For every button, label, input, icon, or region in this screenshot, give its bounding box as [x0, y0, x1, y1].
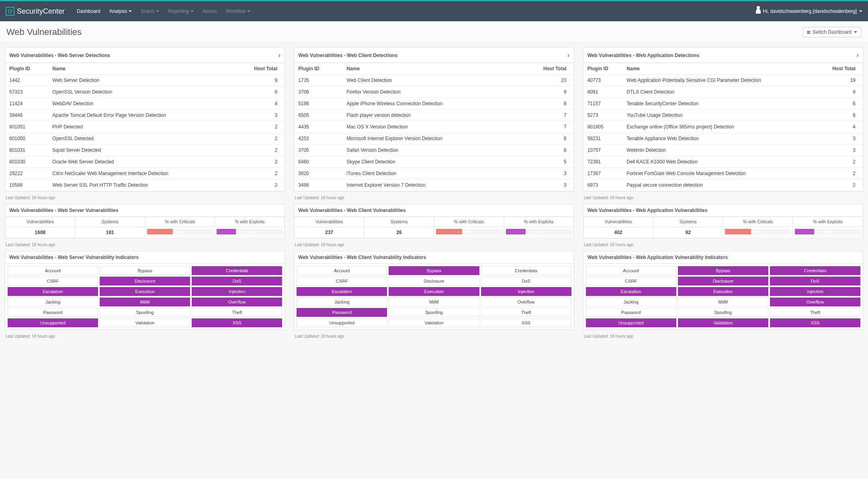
indicator-dos[interactable]: DoS: [481, 277, 571, 285]
table-row[interactable]: 40773Web Application Potentially Sensiti…: [583, 75, 863, 86]
table-row[interactable]: 3706Firefox Version Detection9: [294, 86, 573, 98]
table-row[interactable]: 6505Flash player version detection7: [294, 110, 573, 121]
indicator-validation[interactable]: Validation: [389, 318, 479, 327]
table-row[interactable]: 3705Safari Version Detection6: [294, 145, 573, 156]
indicator-escalation[interactable]: Escalation: [8, 287, 98, 296]
indicator-jacking[interactable]: Jacking: [8, 298, 98, 306]
indicator-injection[interactable]: Injection: [192, 287, 282, 296]
panel-header[interactable]: Web Vulnerabilities - Web Client Detecti…: [294, 48, 573, 63]
table-row[interactable]: 3498Internet Explorer Version 7 Detectio…: [294, 179, 573, 191]
indicator-execution[interactable]: Execution: [389, 287, 479, 296]
indicator-mitm[interactable]: MitM: [678, 298, 768, 306]
panel-header[interactable]: Web Vulnerabilities - Web Server Vulnera…: [5, 204, 285, 217]
stat-exploits-bar[interactable]: 31%: [504, 227, 574, 236]
stat-vulns[interactable]: 237: [294, 227, 364, 238]
indicator-theft[interactable]: Theft: [481, 308, 571, 317]
panel-header[interactable]: Web Vulnerabilities - Web Server Detecti…: [5, 48, 285, 63]
indicator-escalation[interactable]: Escalation: [586, 287, 676, 296]
indicator-account[interactable]: Account: [586, 266, 676, 275]
stat-systems[interactable]: 26: [364, 227, 434, 238]
indicator-theft[interactable]: Theft: [192, 308, 282, 317]
indicator-mitm[interactable]: MitM: [389, 298, 479, 306]
stat-exploits-bar[interactable]: 13%: [215, 227, 285, 236]
table-row[interactable]: 4435Mac OS X Version Detection7: [294, 121, 573, 133]
brand-logo[interactable]: SecurityCenter: [6, 7, 65, 16]
indicator-csrf[interactable]: CSRF: [8, 277, 98, 285]
panel-header[interactable]: Web Vulnerabilities - Web Application De…: [583, 48, 863, 63]
table-row[interactable]: 801031Squid Server Detected2: [5, 145, 285, 156]
table-row[interactable]: 10757Webmin Detection3: [583, 145, 863, 156]
table-row[interactable]: 801030Oracle Web Server Detected2: [5, 156, 285, 168]
stat-vulns[interactable]: 402: [583, 227, 653, 238]
table-row[interactable]: 5198Apple iPhone Wireless Connection Det…: [294, 98, 573, 110]
indicator-jacking[interactable]: Jacking: [297, 298, 387, 306]
indicator-xss[interactable]: XSS: [192, 318, 282, 327]
indicator-validation[interactable]: Validation: [678, 318, 768, 327]
user-menu[interactable]: Hi, davidschwalenberg [davidschwalenberg…: [756, 8, 862, 14]
table-row[interactable]: 15588Web Server SSL Port HTTP Traffic De…: [5, 179, 285, 191]
stat-systems[interactable]: 181: [75, 227, 145, 238]
nav-item-reporting[interactable]: Reporting: [168, 8, 194, 14]
nav-item-scans[interactable]: Scans: [141, 8, 159, 14]
stat-exploits-bar[interactable]: 14%: [793, 227, 863, 236]
indicator-dos[interactable]: DoS: [770, 277, 860, 285]
indicator-credentials[interactable]: Credentials: [770, 266, 860, 275]
table-row[interactable]: 4253Microsoft Internet Explorer Version …: [294, 133, 573, 145]
table-row[interactable]: 801051PHP Detected2: [5, 121, 285, 133]
indicator-disclosure[interactable]: Disclosure: [389, 277, 479, 285]
table-row[interactable]: 17367Fortinet FortiGate Web Console Mana…: [583, 168, 863, 179]
table-row[interactable]: 8091DTLS Client Detection8: [583, 86, 863, 98]
stat-vulns[interactable]: 1608: [5, 227, 75, 238]
panel-header[interactable]: Web Vulnerabilities - Web Application Vu…: [583, 204, 863, 217]
panel-header[interactable]: Web Vulnerabilities - Web Application Vu…: [583, 251, 863, 264]
indicator-theft[interactable]: Theft: [770, 308, 860, 317]
indicator-csrf[interactable]: CSRF: [586, 277, 676, 285]
indicator-account[interactable]: Account: [297, 266, 387, 275]
table-row[interactable]: 6460Skype Client Detection5: [294, 156, 573, 168]
indicator-validation[interactable]: Validation: [100, 318, 190, 327]
indicator-bypass[interactable]: Bypass: [678, 266, 768, 275]
indicator-disclosure[interactable]: Disclosure: [100, 277, 190, 285]
table-row[interactable]: 29222Citrix NetScaler Web Management Int…: [5, 168, 285, 179]
table-row[interactable]: 39446Apache Tomcat Default Error Page Ve…: [5, 110, 285, 121]
indicator-password[interactable]: Password: [8, 308, 98, 317]
indicator-credentials[interactable]: Credentials: [481, 266, 571, 275]
stat-criticals-bar[interactable]: 3%: [723, 227, 793, 236]
indicator-xss[interactable]: XSS: [481, 318, 571, 327]
nav-item-workflow[interactable]: Workflow: [226, 8, 250, 14]
indicator-overflow[interactable]: Overflow: [192, 298, 282, 306]
indicator-execution[interactable]: Execution: [100, 287, 190, 296]
table-row[interactable]: 58231Tenable Appliance Web Detection3: [583, 133, 863, 145]
stat-criticals-bar[interactable]: 0%: [145, 227, 215, 236]
indicator-disclosure[interactable]: Disclosure: [678, 277, 768, 285]
indicator-execution[interactable]: Execution: [678, 287, 768, 296]
nav-item-dashboard[interactable]: Dashboard: [77, 8, 100, 14]
indicator-account[interactable]: Account: [8, 266, 98, 275]
indicator-overflow[interactable]: Overflow: [770, 298, 860, 306]
table-row[interactable]: 801805Exchange online (Office 365/ms pro…: [583, 121, 863, 133]
stat-systems[interactable]: 92: [653, 227, 723, 238]
table-row[interactable]: 57323OpenSSL Version Detection6: [5, 86, 285, 98]
table-row[interactable]: 1442Web Server Detection9: [5, 75, 285, 86]
table-row[interactable]: 3820iTunes Client Detection3: [294, 168, 573, 179]
indicator-escalation[interactable]: Escalation: [297, 287, 387, 296]
panel-header[interactable]: Web Vulnerabilities - Web Server Vulnera…: [5, 251, 285, 264]
indicator-injection[interactable]: Injection: [481, 287, 571, 296]
indicator-csrf[interactable]: CSRF: [297, 277, 387, 285]
indicator-spoofing[interactable]: Spoofing: [389, 308, 479, 317]
indicator-password[interactable]: Password: [297, 308, 387, 317]
indicator-jacking[interactable]: Jacking: [586, 298, 676, 306]
indicator-mitm[interactable]: MitM: [100, 298, 190, 306]
panel-header[interactable]: Web Vulnerabilities - Web Client Vulnera…: [294, 251, 573, 264]
indicator-unsupported[interactable]: Unsupported: [586, 318, 676, 327]
indicator-password[interactable]: Password: [586, 308, 676, 317]
indicator-bypass[interactable]: Bypass: [389, 266, 479, 275]
indicator-bypass[interactable]: Bypass: [100, 266, 190, 275]
stat-criticals-bar[interactable]: 0%: [434, 227, 504, 236]
indicator-spoofing[interactable]: Spoofing: [678, 308, 768, 317]
indicator-xss[interactable]: XSS: [770, 318, 860, 327]
panel-header[interactable]: Web Vulnerabilities - Web Client Vulnera…: [294, 204, 573, 217]
switch-dashboard-button[interactable]: Switch Dashboard: [803, 27, 862, 37]
table-row[interactable]: 11424WebDAV Detection4: [5, 98, 285, 110]
indicator-overflow[interactable]: Overflow: [481, 298, 571, 306]
